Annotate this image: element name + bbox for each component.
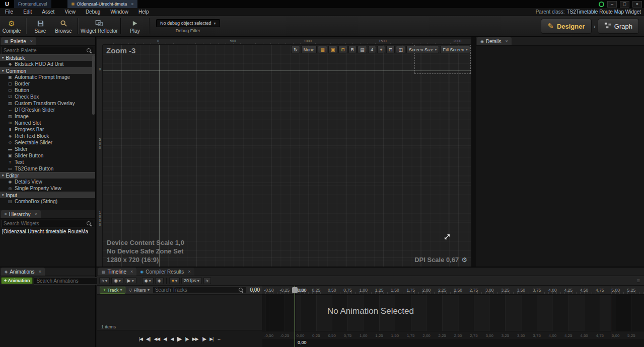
- hierarchy-root-item[interactable]: [Oldenzaal-Utrecht-timetable-RouteMa: [0, 228, 95, 235]
- tab-palette[interactable]: ▦ Palette ×: [1, 37, 36, 45]
- localization-preview-icon[interactable]: ↻: [291, 46, 300, 53]
- previous-frame-button[interactable]: ◀|: [163, 336, 167, 341]
- palette-item[interactable]: ▧Custom Transform Overlay: [0, 100, 95, 107]
- mirror-icon[interactable]: ◫: [396, 46, 405, 53]
- key-options-icon[interactable]: ◆▾: [142, 277, 154, 284]
- palette-item[interactable]: ▮Progress Bar: [0, 126, 95, 133]
- palette-item[interactable]: ▬Slider: [0, 146, 95, 152]
- snap-options-icon[interactable]: ●▾: [169, 277, 180, 284]
- compile-button[interactable]: ⚙ Compile: [0, 16, 23, 36]
- palette-search-input[interactable]: [4, 48, 87, 53]
- track-search-input[interactable]: [155, 287, 239, 293]
- to-end-button[interactable]: ▶|: [209, 336, 213, 341]
- maximize-button[interactable]: □: [620, 1, 629, 8]
- playhead-line[interactable]: [295, 286, 295, 347]
- add-track-button[interactable]: + Track ▾: [100, 287, 125, 294]
- tab-timeline[interactable]: ▤ Timeline ×: [98, 268, 136, 276]
- palette-item[interactable]: ▣Automatic Prompt Image: [0, 74, 95, 80]
- previous-key-button[interactable]: ◀◀: [154, 336, 160, 341]
- menu-debug[interactable]: Debug: [81, 9, 105, 15]
- menu-help[interactable]: Help: [133, 9, 154, 15]
- animations-search-input[interactable]: [36, 278, 103, 284]
- background-safe-icon[interactable]: ▦: [318, 46, 327, 53]
- palette-item[interactable]: ◇Selectable Slider: [0, 139, 95, 146]
- tab-frontendlevel[interactable]: FrontendLevel: [14, 0, 51, 8]
- timeline-range-bar[interactable]: -0,50-0,250,000,250,500,751,001,251,501,…: [262, 331, 644, 339]
- palette-item[interactable]: ▨Image: [0, 113, 95, 120]
- next-key-button[interactable]: ▶▶: [192, 336, 198, 341]
- widget-reflector-button[interactable]: Widget Reflector: [81, 16, 118, 36]
- minimize-button[interactable]: –: [607, 1, 617, 8]
- palette-category-common[interactable]: ▾Common: [0, 67, 95, 74]
- grid-snap-icon[interactable]: ⊞: [338, 46, 347, 53]
- next-frame-button[interactable]: |▶: [185, 336, 188, 341]
- close-icon[interactable]: ×: [39, 269, 41, 274]
- filters-button[interactable]: ▽ Filters ▾: [128, 288, 149, 293]
- palette-item[interactable]: ◎Single Property View: [0, 185, 95, 192]
- close-icon[interactable]: ×: [131, 2, 133, 7]
- playhead-handle[interactable]: [292, 287, 298, 293]
- loop-toggle-button[interactable]: ↔: [217, 336, 221, 341]
- menu-file[interactable]: File: [0, 9, 18, 15]
- curve-editor-toggle-icon[interactable]: ≈: [203, 277, 211, 284]
- debug-object-dropdown[interactable]: No debug object selected ▾: [156, 19, 220, 27]
- menu-view[interactable]: View: [59, 9, 81, 15]
- close-icon[interactable]: ×: [188, 269, 190, 274]
- outlines-icon[interactable]: ▤: [357, 46, 367, 53]
- source-control-status-icon[interactable]: [599, 2, 604, 7]
- palette-item[interactable]: ◆Bidstack HUD Ad Unit: [0, 61, 95, 67]
- palette-category-editor[interactable]: ▾Editor: [0, 172, 95, 179]
- menu-window[interactable]: Window: [105, 9, 133, 15]
- designer-mode-button[interactable]: ✎ Designer: [541, 19, 591, 34]
- playback-options-icon[interactable]: ▶▾: [125, 277, 136, 284]
- palette-item[interactable]: ↔DTGReskin Slider: [0, 107, 95, 113]
- palette-category-input[interactable]: ▾Input: [0, 192, 95, 198]
- palette-item[interactable]: ▤ComboBox (String): [0, 198, 95, 205]
- tab-hierarchy[interactable]: ≡ Hierarchy ×: [1, 210, 41, 218]
- view-options-icon[interactable]: ◉▾: [111, 277, 123, 284]
- tab-details[interactable]: ◉ Details ×: [477, 37, 512, 45]
- palette-item[interactable]: ▭TS2Game Button: [0, 165, 95, 172]
- auto-key-icon[interactable]: ◈: [155, 277, 164, 284]
- gear-icon[interactable]: ⚙: [461, 256, 467, 264]
- tab-animations[interactable]: ◈ Animations ×: [1, 268, 45, 276]
- palette-item[interactable]: ▢Border: [0, 80, 95, 87]
- play-button-toolbar[interactable]: Play: [123, 16, 147, 36]
- step-forward-button[interactable]: ||▶: [202, 336, 206, 341]
- add-animation-button[interactable]: + Animation: [1, 277, 33, 284]
- timeline-ruler[interactable]: -0,50-0,250,000,250,500,751,001,251,501,…: [262, 286, 644, 295]
- lock-icon[interactable]: ▣: [328, 46, 338, 53]
- close-window-button[interactable]: ×: [632, 1, 642, 8]
- vertical-splitter[interactable]: [471, 37, 476, 267]
- to-front-button[interactable]: |◀: [139, 336, 142, 341]
- palette-item[interactable]: ◈Rich Text Block: [0, 133, 95, 139]
- play-button[interactable]: ▶: [177, 335, 181, 342]
- close-icon[interactable]: ×: [130, 269, 133, 274]
- menu-asset[interactable]: Asset: [37, 9, 59, 15]
- fps-dropdown[interactable]: 20 fps▾: [181, 277, 202, 284]
- menu-edit[interactable]: Edit: [18, 9, 37, 15]
- save-button[interactable]: Save: [29, 16, 52, 36]
- screen-size-dropdown[interactable]: Screen Size▾: [406, 46, 440, 53]
- palette-item[interactable]: TText: [0, 159, 95, 165]
- palette-item[interactable]: ▣Slider Button: [0, 152, 95, 159]
- snap-grid-size-button[interactable]: 4: [368, 46, 376, 53]
- zoom-to-fit-icon[interactable]: +: [377, 46, 385, 53]
- close-icon[interactable]: ×: [506, 39, 508, 44]
- palette-item[interactable]: ▭Button: [0, 87, 95, 94]
- fill-screen-dropdown[interactable]: Fill Screen▾: [440, 46, 470, 53]
- browse-button[interactable]: Browse: [52, 16, 75, 36]
- outline-mode-button[interactable]: None: [301, 46, 317, 53]
- current-time-field[interactable]: 0,00: [250, 287, 260, 293]
- timeline-menu-icon[interactable]: ≡: [637, 278, 642, 284]
- close-icon[interactable]: ×: [30, 39, 33, 44]
- designer-viewport[interactable]: Zoom -3 ↻None▦▣⊞R▤4+⊡◫Screen Size▾Fill S…: [103, 45, 471, 267]
- respect-locks-button[interactable]: R: [348, 46, 357, 53]
- play-reverse-button[interactable]: ◀: [171, 336, 174, 341]
- tab-compiler-results[interactable]: ◉ Compiler Results ×: [136, 268, 194, 276]
- palette-item[interactable]: ⊞Named Slot: [0, 120, 95, 126]
- palette-item[interactable]: ☑Check Box: [0, 94, 95, 100]
- resize-handle-icon[interactable]: [443, 233, 451, 242]
- tab-oldenzaal-utrecht-timetable[interactable]: ▦ Oldenzaal-Utrecht-timeta ×: [67, 0, 138, 8]
- close-icon[interactable]: ×: [34, 212, 37, 217]
